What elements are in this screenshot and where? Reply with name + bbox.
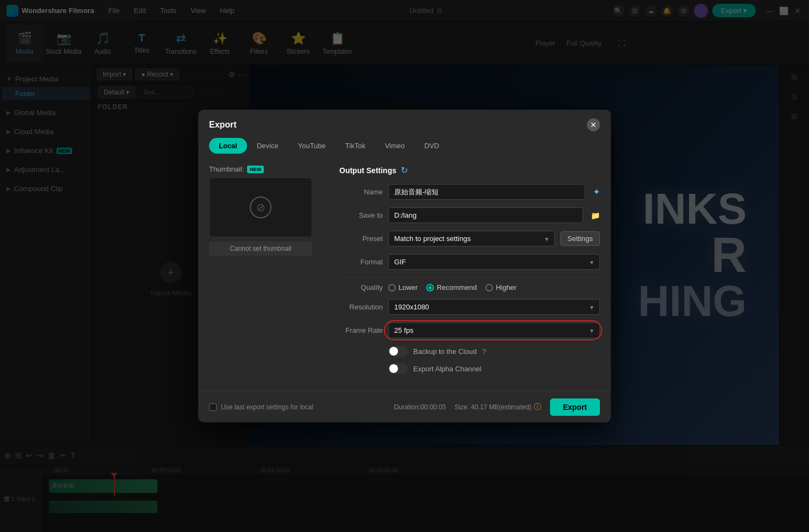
settings-button[interactable]: Settings — [560, 231, 600, 246]
tab-dvd[interactable]: DVD — [415, 138, 449, 154]
use-last-checkbox[interactable] — [209, 403, 217, 411]
frame-rate-select-wrap: 25 fps ▼ — [388, 322, 600, 338]
quality-radio-group: Lower Recommend Higher — [388, 283, 516, 292]
thumbnail-label: Thumbnail: NEW — [209, 165, 328, 173]
thumbnail-preview: ⊘ — [209, 178, 312, 237]
ai-icon[interactable]: ✦ — [593, 187, 600, 197]
tab-tiktok[interactable]: TikTok — [336, 138, 375, 154]
quality-recommend-label: Recommend — [437, 283, 477, 292]
quality-recommend-inner — [428, 286, 432, 289]
resolution-select-wrap: 1920x1080 ▼ — [388, 299, 600, 315]
export-action-button[interactable]: Export — [550, 398, 600, 416]
modal-title: Export — [209, 120, 237, 130]
resolution-row: Resolution 1920x1080 ▼ — [339, 299, 600, 315]
export-modal: Export ✕ Local Device YouTube TikTok Vim… — [198, 110, 611, 422]
output-refresh-icon[interactable]: ↻ — [401, 165, 408, 175]
resolution-select[interactable]: 1920x1080 — [388, 299, 600, 315]
duration-info: Duration:00:00:05 — [394, 403, 446, 411]
size-info-icon: ⓘ — [534, 402, 541, 412]
backup-label: Backup to the Cloud — [413, 347, 477, 356]
output-header: Output Settings ↻ — [339, 165, 600, 175]
modal-close-button[interactable]: ✕ — [587, 118, 600, 131]
quality-row: Quality Lower Recommend — [339, 283, 600, 292]
modal-overlay: Export ✕ Local Device YouTube TikTok Vim… — [0, 0, 809, 532]
backup-toggle[interactable] — [388, 346, 408, 357]
modal-footer: Use last export settings for local Durat… — [198, 391, 611, 422]
frame-rate-label: Frame Rate — [339, 326, 383, 334]
quality-higher-radio[interactable] — [485, 284, 493, 292]
quality-lower[interactable]: Lower — [388, 283, 418, 292]
alpha-toggle[interactable] — [388, 363, 408, 374]
use-last-label: Use last export settings for local — [221, 403, 313, 411]
alpha-toggle-knob — [389, 364, 398, 373]
preset-row: Preset Match to project settings ▼ Setti… — [339, 231, 600, 246]
thumbnail-section: Thumbnail: NEW ⊘ Cannot set thumbnail — [209, 165, 328, 381]
save-to-input[interactable] — [388, 207, 583, 223]
preset-select-wrap: Match to project settings ▼ — [388, 231, 555, 246]
tab-youtube[interactable]: YouTube — [288, 138, 336, 154]
backup-help-icon[interactable]: ? — [482, 347, 486, 356]
quality-higher[interactable]: Higher — [485, 283, 516, 292]
quality-recommend-radio[interactable] — [426, 284, 434, 292]
modal-body: Thumbnail: NEW ⊘ Cannot set thumbnail Ou… — [198, 154, 611, 391]
divider-1 — [339, 277, 600, 278]
size-info: Size: 40.17 MB(estimated) ⓘ — [454, 402, 541, 412]
preset-select[interactable]: Match to project settings — [388, 231, 555, 246]
cannot-set-thumbnail-button[interactable]: Cannot set thumbnail — [209, 242, 312, 256]
frame-rate-select[interactable]: 25 fps — [388, 322, 600, 338]
backup-toggle-knob — [389, 347, 398, 356]
modal-header: Export ✕ — [198, 110, 611, 131]
format-select[interactable]: GIF — [388, 254, 600, 270]
tab-vimeo[interactable]: Vimeo — [375, 138, 415, 154]
format-select-wrap: GIF ▼ — [388, 254, 600, 270]
name-label: Name — [339, 188, 383, 196]
folder-icon[interactable]: 📁 — [591, 211, 600, 220]
output-section: Output Settings ↻ Name ✦ Save to 📁 P — [328, 165, 600, 381]
name-row: Name ✦ — [339, 184, 600, 200]
tab-local[interactable]: Local — [209, 138, 247, 154]
save-to-row: Save to 📁 — [339, 207, 600, 223]
modal-tabs: Local Device YouTube TikTok Vimeo DVD — [198, 131, 611, 154]
quality-lower-radio[interactable] — [388, 284, 396, 292]
quality-recommend[interactable]: Recommend — [426, 283, 477, 292]
save-to-label: Save to — [339, 211, 383, 219]
thumbnail-new-badge: NEW — [247, 166, 264, 173]
format-label: Format — [339, 258, 383, 266]
footer-right: Duration:00:00:05 Size: 40.17 MB(estimat… — [394, 398, 600, 416]
quality-higher-label: Higher — [496, 283, 516, 292]
alpha-label: Export Alpha Channel — [413, 365, 482, 373]
use-last-check[interactable]: Use last export settings for local — [209, 403, 313, 411]
format-row: Format GIF ▼ — [339, 254, 600, 270]
alpha-row: Export Alpha Channel — [339, 363, 600, 374]
quality-lower-label: Lower — [399, 283, 418, 292]
output-title: Output Settings — [339, 166, 396, 175]
frame-rate-row: Frame Rate 25 fps ▼ — [339, 322, 600, 338]
name-input[interactable] — [388, 184, 585, 200]
size-value: Size: 40.17 MB(estimated) — [454, 403, 531, 411]
quality-label: Quality — [339, 283, 383, 292]
tab-device[interactable]: Device — [247, 138, 288, 154]
preset-label: Preset — [339, 235, 383, 243]
resolution-label: Resolution — [339, 303, 383, 311]
backup-row: Backup to the Cloud ? — [339, 346, 600, 357]
thumbnail-no-icon: ⊘ — [250, 197, 271, 218]
